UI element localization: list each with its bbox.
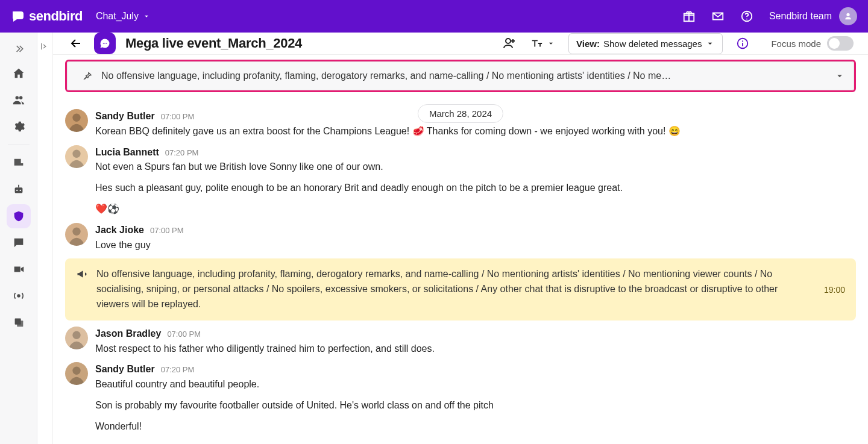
users-icon	[12, 93, 25, 107]
message-time: 07:20 PM	[161, 364, 195, 376]
gift-icon[interactable]	[682, 10, 696, 23]
message: Jack Jioke07:00 PM Love the guy	[65, 223, 856, 253]
font-size-button[interactable]	[530, 37, 555, 50]
message-text: Son is probably my favourite footballer …	[95, 398, 856, 413]
sidebar-item-chat[interactable]	[7, 231, 31, 255]
typography-icon	[530, 37, 543, 50]
person-icon	[843, 11, 853, 21]
message-author: Jason Bradley	[95, 327, 161, 342]
pinned-banner-highlight: No offensive language, including profani…	[65, 60, 856, 92]
sidebar-expand-icon[interactable]	[7, 39, 31, 59]
focus-mode-toggle[interactable]	[827, 36, 854, 51]
svg-point-18	[72, 367, 80, 375]
avatar	[65, 362, 88, 385]
chat-scroll: No offensive language, including profani…	[53, 55, 868, 444]
svg-rect-13	[743, 43, 744, 46]
sidebar	[0, 33, 37, 444]
sidebar-item-bot[interactable]	[7, 178, 31, 202]
sidebar-item-cards[interactable]	[7, 310, 31, 334]
info-button[interactable]	[736, 37, 749, 50]
svg-point-8	[103, 43, 104, 44]
sidebar-item-live[interactable]	[7, 284, 31, 308]
svg-point-1	[746, 19, 747, 20]
channel-title: Mega live event_March_2024	[125, 36, 302, 51]
chat-bubble-icon	[99, 37, 111, 49]
info-icon	[736, 37, 749, 50]
home-icon	[12, 67, 25, 80]
channel-badge	[94, 33, 116, 54]
svg-point-5	[17, 294, 20, 298]
gear-icon	[12, 120, 25, 133]
sidebar-item-settings[interactable]	[7, 114, 31, 139]
view-value: Show deleted messages	[603, 39, 702, 49]
mail-icon[interactable]	[711, 10, 725, 23]
focus-mode-label: Focus mode	[771, 39, 821, 49]
message: Lucia Bannett07:20 PM Not even a Spurs f…	[65, 145, 856, 217]
message: Sandy Butler07:20 PM Beautiful country a…	[65, 362, 856, 434]
announcement-text: No offensive language, including profani…	[96, 267, 810, 311]
avatar	[65, 327, 88, 349]
megaphone-icon	[76, 268, 88, 280]
svg-point-17	[72, 331, 80, 339]
message: Jason Bradley07:00 PM Most respect to hi…	[65, 327, 856, 357]
message-author: Lucia Bannett	[95, 145, 159, 160]
arrow-left-icon	[69, 36, 83, 51]
widget-icon	[12, 157, 25, 170]
broadcast-icon	[12, 289, 25, 302]
pinned-expand-button[interactable]	[834, 70, 845, 81]
user-avatar[interactable]	[839, 7, 857, 25]
add-user-button[interactable]	[502, 36, 517, 51]
view-label: View:	[576, 39, 600, 49]
message-text: Love the guy	[95, 238, 856, 253]
focus-mode: Focus mode	[771, 36, 854, 51]
message-time: 07:00 PM	[150, 225, 184, 237]
svg-rect-2	[14, 187, 22, 193]
sidebar-item-users[interactable]	[7, 88, 31, 112]
sidebar-item-dashboard[interactable]	[7, 151, 31, 175]
svg-point-16	[72, 227, 80, 235]
chevron-down-icon	[834, 70, 845, 81]
message-text: Most respect to his father who diligentl…	[95, 342, 856, 357]
header-actions: View: Show deleted messages Focus mode	[502, 33, 854, 54]
message-author: Jack Jioke	[95, 223, 144, 238]
svg-rect-7	[17, 320, 23, 327]
message-text: Hes such a pleasant guy, polite enough t…	[95, 181, 856, 196]
subpanel-collapse	[37, 33, 53, 444]
person-add-icon	[502, 36, 517, 51]
sidebar-item-home[interactable]	[7, 61, 31, 86]
avatar	[65, 145, 88, 168]
view-dropdown[interactable]: View: Show deleted messages	[568, 33, 723, 54]
brand-logo[interactable]: sendbird	[11, 8, 83, 24]
sendbird-logo-icon	[11, 9, 25, 23]
svg-point-3	[16, 190, 17, 191]
help-icon[interactable]	[740, 10, 753, 23]
project-selector[interactable]: Chat_July	[96, 11, 151, 22]
back-button[interactable]	[68, 35, 84, 52]
avatar	[65, 223, 88, 246]
date-separator: March 28, 2024	[418, 104, 503, 123]
video-icon	[12, 263, 25, 276]
panel-collapse-icon[interactable]	[40, 41, 51, 52]
sidebar-item-calls[interactable]	[7, 257, 31, 281]
message-text: Korean BBQ definitely gave us an extra b…	[95, 124, 856, 139]
pinned-banner[interactable]: No offensive language, including profani…	[67, 61, 854, 90]
chevron-down-icon	[142, 12, 151, 20]
pinned-text: No offensive language, including profani…	[101, 70, 829, 81]
svg-point-12	[742, 40, 743, 42]
team-area[interactable]: Sendbird team	[769, 7, 857, 25]
svg-point-10	[106, 43, 107, 44]
team-label: Sendbird team	[769, 11, 832, 22]
sidebar-item-moderation[interactable]	[7, 204, 31, 228]
message-author: Sandy Butler	[95, 109, 155, 124]
avatar	[65, 109, 88, 132]
content: Mega live event_March_2024 View: Show de…	[53, 33, 868, 444]
shield-icon	[12, 210, 25, 223]
topbar: sendbird Chat_July Sendbird team	[0, 0, 868, 33]
chevron-down-icon	[547, 39, 555, 48]
robot-icon	[12, 183, 25, 196]
chat-icon	[12, 236, 25, 249]
main: Mega live event_March_2024 View: Show de…	[0, 33, 868, 444]
copy-icon	[12, 316, 25, 329]
svg-point-14	[72, 114, 80, 122]
message-time: 07:20 PM	[165, 147, 199, 159]
